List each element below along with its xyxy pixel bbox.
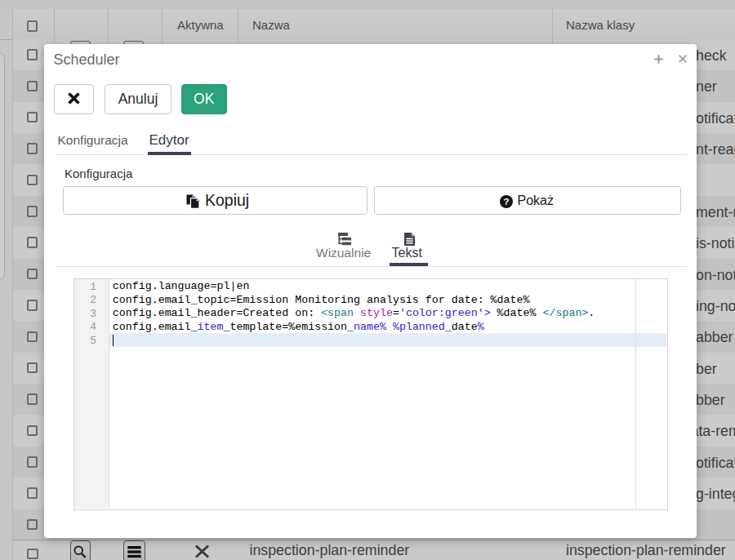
svg-text:?: ?	[503, 197, 509, 207]
